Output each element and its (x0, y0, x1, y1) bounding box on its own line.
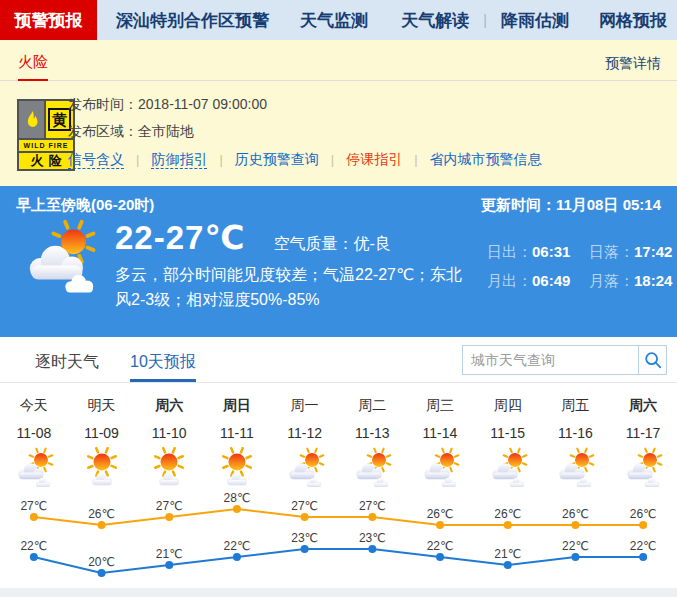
svg-text:27℃: 27℃ (291, 499, 318, 513)
weather-description: 多云，部分时间能见度较差；气温22-27℃；东北风2-3级；相对湿度50%-85… (115, 262, 467, 312)
svg-text:22℃: 22℃ (20, 539, 47, 553)
city-search-box (462, 345, 667, 375)
warning-link[interactable]: 历史预警查询 (235, 151, 319, 167)
warning-link[interactable]: 信号含义 (68, 151, 124, 169)
air-quality: 空气质量：优-良 (273, 234, 390, 255)
air-quality-value: 优-良 (353, 235, 390, 252)
publish-time-label: 发布时间： (68, 96, 138, 112)
svg-text:27℃: 27℃ (20, 499, 47, 513)
forecast-day-column[interactable]: 周二 11-13 (338, 396, 406, 495)
moonrise-time: 月出：06:49 (487, 272, 587, 291)
day-date: 11-10 (135, 424, 203, 442)
svg-text:28℃: 28℃ (224, 491, 251, 505)
forecast-day-column[interactable]: 周五 11-16 (542, 396, 610, 495)
svg-text:26℃: 26℃ (88, 507, 115, 521)
warning-tab-bar: 火险 预警详情 (0, 40, 677, 81)
nav-item-weather-monitor[interactable]: 天气监测 (300, 0, 368, 40)
publish-area-row: 发布区域：全市陆地 (68, 122, 542, 140)
svg-text:27℃: 27℃ (156, 499, 183, 513)
update-time-label: 更新时间： (481, 196, 556, 213)
svg-text:22℃: 22℃ (427, 539, 454, 553)
temp-range: 22-27℃ (115, 218, 245, 257)
forecast-day-column[interactable]: 周三 11-14 (406, 396, 474, 495)
top-nav: 预警预报 深汕特别合作区预警 天气监测 天气解读 | 降雨估测 网格预报 (0, 0, 677, 40)
footer-strip (0, 588, 677, 597)
current-weather-icon (14, 216, 110, 306)
day-label: 周日 (203, 396, 271, 414)
day-date: 11-13 (338, 424, 406, 442)
nav-item-grid-forecast[interactable]: 网格预报 (599, 0, 667, 40)
link-separator: | (136, 152, 139, 167)
warning-info: 发布时间：2018-11-07 09:00:00 发布区域：全市陆地 信号含义|… (68, 95, 542, 169)
warning-detail-link[interactable]: 预警详情 (605, 55, 661, 73)
svg-text:26℃: 26℃ (494, 507, 521, 521)
tab-fire-risk[interactable]: 火险 (18, 53, 48, 82)
publish-area-value: 全市陆地 (138, 123, 194, 139)
tab-hourly-weather[interactable]: 逐时天气 (35, 337, 99, 382)
current-weather-panel: 早上至傍晚(06-20时) 更新时间：11月08日 05:14 22-27℃ 空… (0, 186, 677, 337)
day-label: 今天 (0, 396, 68, 414)
svg-text:21℃: 21℃ (494, 547, 521, 561)
forecast-day-column[interactable]: 周六 11-17 (609, 396, 677, 495)
day-date: 11-16 (542, 424, 610, 442)
link-separator: | (331, 152, 334, 167)
day-label: 周二 (338, 396, 406, 414)
svg-text:20℃: 20℃ (88, 555, 115, 569)
day-date: 11-14 (406, 424, 474, 442)
forecast-day-column[interactable]: 周四 11-15 (474, 396, 542, 495)
svg-text:21℃: 21℃ (156, 547, 183, 561)
day-label: 周六 (609, 396, 677, 414)
forecast-day-column[interactable]: 周一 11-12 (271, 396, 339, 495)
badge-type-text: 火险 (19, 153, 73, 169)
sunrise-time: 日出：06:31 (487, 243, 587, 262)
moonset-time: 月落：18:24 (589, 272, 677, 291)
warning-link[interactable]: 省内城市预警信息 (430, 151, 542, 167)
nav-item-rain-estimate[interactable]: 降雨估测 (501, 0, 569, 40)
link-separator: | (219, 152, 222, 167)
day-label: 周一 (271, 396, 339, 414)
nav-item-weather-interpretation[interactable]: 天气解读 (401, 0, 469, 40)
svg-text:27℃: 27℃ (359, 499, 386, 513)
day-label: 周五 (542, 396, 610, 414)
fire-warning-badge: 黄 WILD FIRE 火险 (17, 99, 75, 171)
svg-text:26℃: 26℃ (630, 507, 657, 521)
flame-icon (19, 101, 46, 138)
update-time-value: 11月08日 05:14 (556, 196, 661, 213)
warning-link[interactable]: 停课指引 (346, 151, 402, 167)
air-quality-label: 空气质量： (273, 235, 353, 252)
forecast-day-column[interactable]: 今天 11-08 (0, 396, 68, 495)
svg-text:26℃: 26℃ (427, 507, 454, 521)
day-label: 周四 (474, 396, 542, 414)
day-label: 明天 (68, 396, 136, 414)
fire-warning-panel: 黄 WILD FIRE 火险 发布时间：2018-11-07 09:00:00 … (0, 81, 677, 186)
warning-links: 信号含义|防御指引|历史预警查询|停课指引|省内城市预警信息 (68, 150, 542, 169)
day-date: 11-15 (474, 424, 542, 442)
day-date: 11-08 (0, 424, 68, 442)
svg-text:22℃: 22℃ (630, 539, 657, 553)
forecast-day-column[interactable]: 周日 11-11 (203, 396, 271, 495)
warning-link[interactable]: 防御指引 (151, 151, 207, 169)
publish-time-row: 发布时间：2018-11-07 09:00:00 (68, 95, 542, 113)
city-search-input[interactable] (463, 346, 638, 374)
nav-item-warning-forecast[interactable]: 预警预报 (0, 0, 97, 40)
svg-text:22℃: 22℃ (224, 539, 251, 553)
nav-gap (569, 0, 599, 40)
day-date: 11-12 (271, 424, 339, 442)
tab-ten-day-forecast[interactable]: 10天预报 (130, 337, 196, 382)
forecast-day-column[interactable]: 周六 11-10 (135, 396, 203, 495)
day-date: 11-17 (609, 424, 677, 442)
update-time: 更新时间：11月08日 05:14 (481, 196, 661, 215)
day-date: 11-09 (68, 424, 136, 442)
svg-text:23℃: 23℃ (291, 531, 318, 545)
forecast-period-label: 早上至傍晚(06-20时) (16, 196, 154, 215)
svg-text:26℃: 26℃ (562, 507, 589, 521)
temp-chart: 27℃26℃27℃28℃27℃27℃26℃26℃26℃26℃22℃20℃21℃2… (0, 486, 677, 590)
search-button[interactable] (638, 346, 666, 374)
forecast-day-column[interactable]: 明天 11-09 (68, 396, 136, 495)
nav-separator: | (483, 0, 487, 40)
forecast-tab-bar: 逐时天气 10天预报 (0, 337, 677, 383)
svg-text:23℃: 23℃ (359, 531, 386, 545)
publish-area-label: 发布区域： (68, 123, 138, 139)
nav-item-shenshan-warning[interactable]: 深汕特别合作区预警 (116, 0, 269, 40)
link-separator: | (414, 152, 417, 167)
